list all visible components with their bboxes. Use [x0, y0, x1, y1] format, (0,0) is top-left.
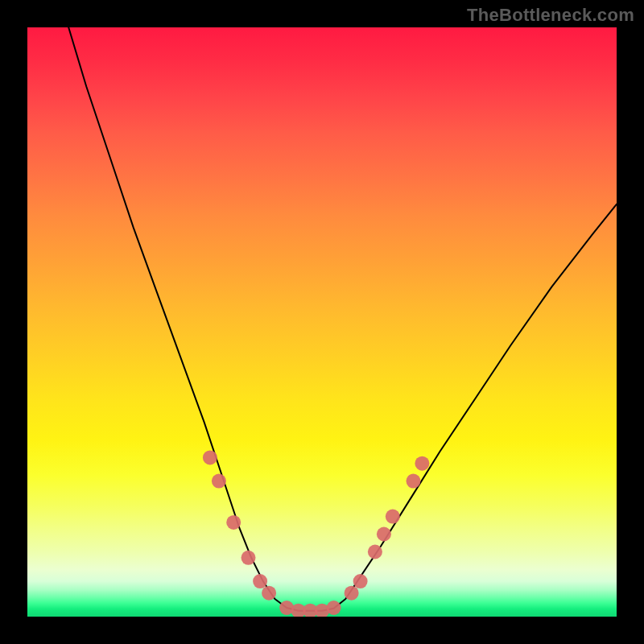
- watermark-label: TheBottleneck.com: [467, 5, 634, 26]
- data-point-marker: [415, 456, 429, 471]
- chart-outer-frame: TheBottleneck.com: [0, 0, 644, 644]
- data-point-marker: [262, 586, 276, 601]
- bottleneck-curve-layer: [27, 27, 617, 617]
- data-point-marker: [377, 527, 391, 542]
- data-point-marker: [242, 551, 256, 565]
- data-point-marker: [203, 450, 217, 464]
- data-point-marker: [368, 545, 382, 559]
- data-point-marker: [353, 574, 368, 588]
- data-point-marker: [226, 515, 241, 530]
- data-point-marker: [407, 474, 421, 489]
- data-point-marker: [327, 601, 341, 615]
- data-point-marker: [212, 474, 226, 489]
- data-point-marker: [386, 510, 400, 524]
- data-point-marker: [253, 574, 267, 588]
- bottleneck-curve: [68, 27, 617, 611]
- plot-area: [27, 27, 617, 617]
- data-point-marker: [345, 586, 359, 601]
